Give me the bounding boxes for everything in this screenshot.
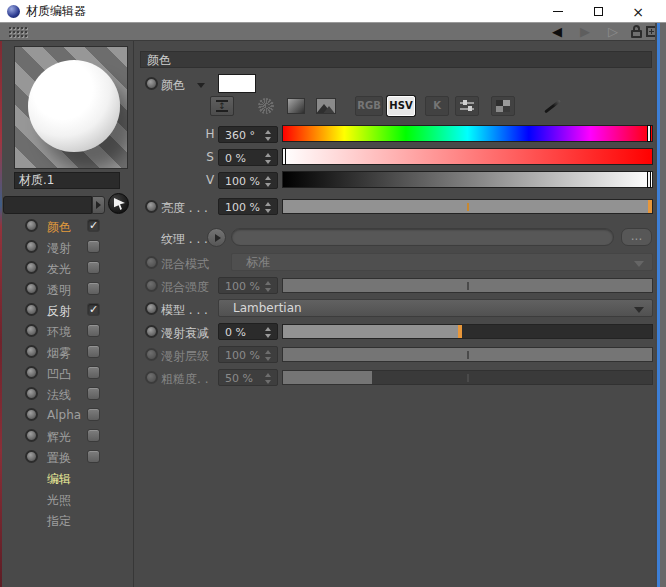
back-arrow-icon[interactable]: ◀ <box>552 25 562 38</box>
saturation-stepper[interactable]: 0 % <box>218 149 278 166</box>
channel-checkbox[interactable] <box>87 387 100 400</box>
titlebar[interactable]: 材质编辑器 × <box>0 0 666 23</box>
channel-label[interactable]: 凹凸 <box>47 366 71 383</box>
swatches-button[interactable] <box>491 96 515 116</box>
hue-gradient-bar[interactable] <box>282 125 653 142</box>
channel-label[interactable]: 透明 <box>47 282 71 299</box>
channel-label[interactable]: 环境 <box>47 324 71 341</box>
channel-checkbox[interactable] <box>87 324 100 337</box>
texture-expand-button[interactable] <box>207 228 226 247</box>
color-wheel-button[interactable] <box>254 96 278 116</box>
channel-label[interactable]: Alpha <box>47 408 81 422</box>
channel-checkbox-checked[interactable]: ✓ <box>87 303 100 316</box>
value-stepper[interactable]: 100 % <box>218 172 278 189</box>
color-options-arrow-icon[interactable] <box>197 83 205 88</box>
kelvin-mode-button[interactable]: K <box>425 96 449 116</box>
channel-label[interactable]: 反射 <box>47 303 71 320</box>
image-icon <box>316 98 336 114</box>
value-marker[interactable] <box>647 171 651 188</box>
channel-checkbox[interactable] <box>87 345 100 358</box>
channel-label[interactable]: 辉光 <box>47 429 71 446</box>
image-picker-button[interactable] <box>314 96 338 116</box>
brightness-slider[interactable] <box>282 199 653 214</box>
channel-label[interactable]: 置换 <box>47 450 71 467</box>
color-swatch[interactable] <box>218 74 256 93</box>
brightness-radio[interactable] <box>145 200 158 213</box>
channel-radio[interactable] <box>25 303 38 316</box>
channel-checkbox[interactable] <box>87 450 100 463</box>
eyedropper-button[interactable] <box>539 96 565 116</box>
channel-radio[interactable] <box>25 261 38 274</box>
slider-handle[interactable] <box>648 200 652 213</box>
spinner-icon[interactable] <box>265 130 272 141</box>
hue-marker[interactable] <box>647 125 651 142</box>
diffuse-falloff-radio[interactable] <box>145 325 158 338</box>
spinner-icon[interactable] <box>265 153 272 164</box>
channel-checkbox[interactable] <box>87 282 100 295</box>
diffuse-falloff-stepper[interactable]: 0 % <box>218 323 278 340</box>
material-editor-window: 材质编辑器 × ◀ ▶ ▷ 材质.1 颜色✓漫射发光透明反射✓环境烟雾凹凸法线A… <box>0 0 666 587</box>
channel-radio[interactable] <box>25 450 38 463</box>
compact-mode-button[interactable]: ↕ <box>210 96 234 116</box>
channel-checkbox[interactable] <box>87 261 100 274</box>
channel-label[interactable]: 发光 <box>47 261 71 278</box>
lock-icon[interactable] <box>631 25 643 39</box>
channel-label[interactable]: 颜色 <box>47 219 71 236</box>
window-border-accent <box>655 23 666 587</box>
material-preview[interactable] <box>14 46 128 169</box>
channel-radio[interactable] <box>25 429 38 442</box>
channel-radio[interactable] <box>25 324 38 337</box>
channel-radio[interactable] <box>25 282 38 295</box>
saturation-gradient-bar[interactable] <box>282 148 653 165</box>
pick-material-button[interactable] <box>108 193 129 214</box>
close-button[interactable]: × <box>618 0 658 23</box>
spinner-icon[interactable] <box>265 176 272 187</box>
model-dropdown[interactable]: Lambertian <box>218 299 653 317</box>
hsv-mode-button[interactable]: HSV <box>387 96 415 116</box>
channel-radio[interactable] <box>25 219 38 232</box>
channel-label[interactable]: 法线 <box>47 387 71 404</box>
mixer-button[interactable] <box>455 96 479 116</box>
channel-radio[interactable] <box>25 408 38 421</box>
maximize-button[interactable] <box>578 0 618 23</box>
spinner-icon[interactable] <box>265 202 272 213</box>
spinner-icon[interactable] <box>265 327 272 338</box>
slider-handle[interactable] <box>458 325 462 338</box>
preview-type-arrow-button[interactable] <box>92 196 105 214</box>
model-radio[interactable] <box>145 302 158 315</box>
saturation-marker[interactable] <box>282 148 286 165</box>
value-gradient-bar[interactable] <box>282 171 653 188</box>
tab-编辑[interactable]: 编辑 <box>47 471 71 488</box>
drag-grip-icon[interactable] <box>8 26 28 38</box>
channel-checkbox[interactable] <box>87 240 100 253</box>
channel-radio[interactable] <box>25 345 38 358</box>
maximize-icon <box>594 7 603 16</box>
tab-指定[interactable]: 指定 <box>47 513 71 530</box>
hue-stepper[interactable]: 360 ° <box>218 126 278 143</box>
preview-type-combo[interactable] <box>3 196 92 214</box>
channel-row-烟雾: 烟雾 <box>0 342 134 363</box>
channel-label[interactable]: 烟雾 <box>47 345 71 362</box>
channel-checkbox[interactable] <box>87 429 100 442</box>
material-name-input[interactable]: 材质.1 <box>14 172 120 189</box>
color-enable-radio[interactable] <box>145 77 158 90</box>
tab-光照[interactable]: 光照 <box>47 492 71 509</box>
channel-label[interactable]: 漫射 <box>47 240 71 257</box>
minimize-button[interactable] <box>538 0 578 23</box>
texture-browse-button[interactable]: ... <box>621 228 652 246</box>
texture-path-field[interactable] <box>231 228 614 246</box>
eyedropper-icon <box>544 99 561 113</box>
spectrum-button[interactable] <box>284 96 308 116</box>
diffuse-falloff-slider[interactable] <box>282 324 653 339</box>
rgb-mode-button[interactable]: RGB <box>355 96 383 116</box>
channel-radio[interactable] <box>25 387 38 400</box>
channel-checkbox[interactable] <box>87 408 100 421</box>
channel-checkbox[interactable] <box>87 366 100 379</box>
cursor-arrow-icon <box>114 198 125 210</box>
brightness-stepper[interactable]: 100 % <box>218 198 278 215</box>
roughness-slider <box>282 370 653 385</box>
channel-checkbox-checked[interactable]: ✓ <box>87 219 100 232</box>
forward-arrow-icon[interactable]: ▶ <box>580 25 590 38</box>
channel-radio[interactable] <box>25 366 38 379</box>
channel-radio[interactable] <box>25 240 38 253</box>
